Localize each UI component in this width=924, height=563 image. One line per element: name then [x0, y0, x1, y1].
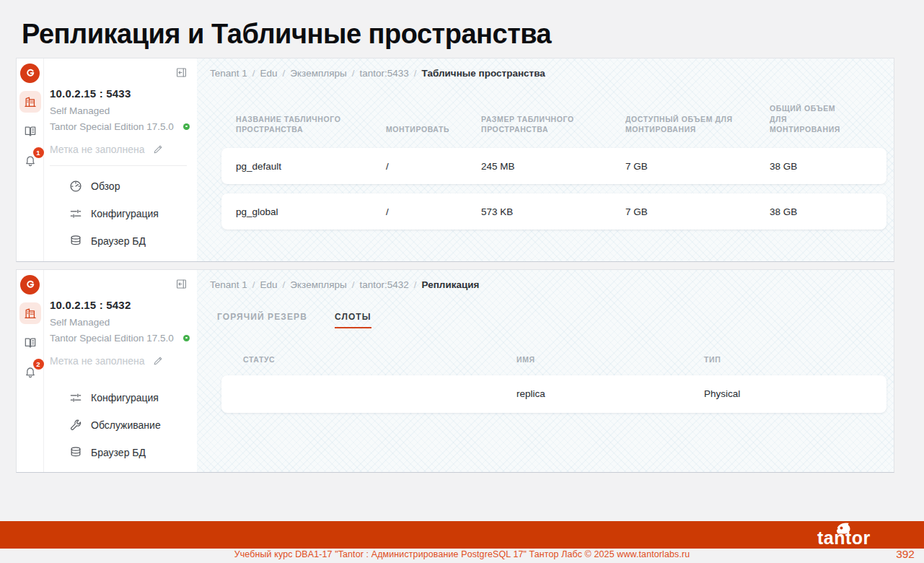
breadcrumb-separator: / [352, 279, 355, 290]
table-row[interactable]: pg_default / 245 MB 7 GB 38 GB [221, 148, 886, 184]
cell-total: 38 GB [770, 161, 878, 172]
cell-mount: / [386, 161, 481, 172]
breadcrumb-separator: / [252, 279, 255, 290]
column-header: ОБЩИЙ ОБЪЕМ ДЛЯ МОНТИРОВАНИЯ [770, 103, 878, 135]
database-icon [69, 445, 83, 460]
notifications-bell-icon[interactable]: 2 [19, 362, 41, 383]
instance-label-placeholder: Метка не заполнена [50, 144, 145, 155]
cell-mount: / [386, 206, 481, 217]
gauge-icon [69, 179, 83, 193]
tab-hot-standby[interactable]: ГОРЯЧИЙ РЕЗЕРВ [217, 312, 307, 328]
column-header: МОНТИРОВАТЬ [386, 124, 481, 135]
notification-count-badge: 1 [33, 147, 44, 158]
instances-icon[interactable] [19, 91, 41, 113]
menu-item-db-browser[interactable]: Браузер БД [50, 227, 190, 255]
menu-item-db-browser[interactable]: Браузер БД [50, 439, 190, 466]
docs-icon[interactable] [19, 121, 41, 142]
breadcrumb: Tenant 1 / Edu / Экземпляры / tantor:543… [210, 68, 894, 79]
replication-tabs: ГОРЯЧИЙ РЕЗЕРВ СЛОТЫ [217, 312, 894, 328]
health-status-icon [183, 123, 190, 130]
breadcrumb-item[interactable]: Экземпляры [290, 68, 346, 79]
instance-label-row: Метка не заполнена [50, 354, 190, 367]
breadcrumb-item[interactable]: Экземпляры [290, 279, 346, 290]
instances-icon[interactable] [19, 302, 41, 324]
table-row[interactable]: pg_global / 573 KB 7 GB 38 GB [221, 193, 886, 230]
icon-rail: 1 [17, 58, 44, 261]
column-header: ТИП [704, 354, 886, 365]
page-title: Репликация и Табличные пространства [22, 19, 551, 50]
instance-managed-type: Self Managed [50, 317, 190, 328]
page-number: 392 [896, 548, 915, 561]
cell-size: 573 KB [481, 206, 625, 217]
divider [50, 165, 187, 166]
collapse-sidebar-icon[interactable] [175, 66, 188, 79]
cell-name: pg_global [236, 206, 386, 217]
instance-menu: Конфигурация Обслуживание Браузер БД [50, 384, 190, 466]
tantor-platform-logo-icon[interactable] [20, 64, 40, 83]
breadcrumb-item[interactable]: Tenant 1 [210, 68, 247, 79]
menu-item-overview[interactable]: Обзор [50, 173, 190, 200]
column-header: НАЗВАНИЕ ТАБЛИЧНОГО ПРОСТРАНСТВА [236, 114, 386, 135]
menu-item-maintenance[interactable]: Обслуживание [50, 411, 190, 439]
breadcrumb-item[interactable]: tantor:5432 [359, 279, 408, 290]
column-header: РАЗМЕР ТАБЛИЧНОГО ПРОСТРАНСТВА [481, 114, 625, 135]
slot-name-cell: replica [516, 388, 704, 399]
instance-info-panel: 10.0.2.15 : 5432 Self Managed Tantor Spe… [44, 270, 197, 472]
icon-rail: 2 [17, 270, 44, 472]
tantor-logo: tantor [813, 522, 901, 549]
screenshot-replication: 2 10.0.2.15 : 5432 Self Managed Tantor S… [16, 269, 894, 473]
edit-pencil-icon[interactable] [152, 354, 164, 367]
notification-count-badge: 2 [33, 359, 44, 370]
instance-managed-type: Self Managed [50, 105, 190, 116]
tablespaces-content: Tenant 1 / Edu / Экземпляры / tantor:543… [197, 58, 894, 261]
breadcrumb-separator: / [414, 68, 417, 79]
instance-edition: Tantor Special Edition 17.5.0 [50, 333, 190, 344]
breadcrumb-separator: / [252, 68, 255, 79]
slide: Репликация и Табличные пространства 1 [0, 0, 924, 563]
breadcrumb-separator: / [352, 68, 355, 79]
breadcrumb-item[interactable]: Edu [260, 68, 278, 79]
slots-table-header: СТАТУС ИМЯ ТИП [221, 354, 886, 365]
cell-available: 7 GB [625, 161, 770, 172]
breadcrumb-separator: / [283, 68, 286, 79]
instance-address: 10.0.2.15 : 5432 [50, 299, 190, 311]
svg-text:tantor: tantor [817, 528, 871, 548]
breadcrumb-current: Репликация [422, 279, 480, 290]
cell-total: 38 GB [770, 206, 878, 217]
database-icon [69, 234, 83, 248]
footer-course-caption: Учебный курс DBA1-17 "Tantor : Администр… [0, 549, 924, 559]
tantor-platform-logo-icon[interactable] [20, 275, 40, 294]
tab-slots[interactable]: СЛОТЫ [335, 312, 371, 328]
sliders-icon [69, 390, 83, 405]
breadcrumb-separator: / [414, 279, 417, 290]
cell-available: 7 GB [625, 206, 770, 217]
cell-name: pg_default [236, 161, 386, 172]
instance-label-placeholder: Метка не заполнена [50, 355, 145, 367]
wrench-icon [69, 418, 83, 432]
breadcrumb-item[interactable]: tantor:5433 [359, 68, 408, 79]
brand-bar: tantor [0, 521, 924, 549]
breadcrumb-separator: / [283, 279, 286, 290]
sliders-icon [69, 206, 83, 221]
notifications-bell-icon[interactable]: 1 [19, 150, 41, 172]
edit-pencil-icon[interactable] [152, 143, 164, 155]
instance-label-row: Метка не заполнена [50, 143, 190, 155]
instance-menu: Обзор Конфигурация Браузер БД [50, 173, 190, 255]
instance-edition: Tantor Special Edition 17.5.0 [50, 121, 190, 132]
slot-type-cell: Physical [704, 388, 886, 399]
collapse-sidebar-icon[interactable] [175, 277, 188, 291]
breadcrumb-current: Табличные пространства [422, 68, 545, 79]
instance-info-panel: 10.0.2.15 : 5433 Self Managed Tantor Spe… [44, 58, 197, 261]
breadcrumb-item[interactable]: Tenant 1 [210, 279, 247, 290]
column-header: ДОСТУПНЫЙ ОБЪЕМ ДЛЯ МОНТИРОВАНИЯ [625, 114, 770, 135]
cell-size: 245 MB [481, 161, 625, 172]
tablespaces-table-header: НАЗВАНИЕ ТАБЛИЧНОГО ПРОСТРАНСТВА МОНТИРО… [221, 103, 886, 135]
menu-item-configuration[interactable]: Конфигурация [50, 384, 190, 411]
health-status-icon [183, 335, 190, 341]
docs-icon[interactable] [19, 332, 41, 354]
menu-item-configuration[interactable]: Конфигурация [50, 200, 190, 227]
breadcrumb: Tenant 1 / Edu / Экземпляры / tantor:543… [210, 279, 894, 290]
instance-address: 10.0.2.15 : 5433 [50, 87, 190, 100]
breadcrumb-item[interactable]: Edu [260, 279, 278, 290]
table-row[interactable]: replica Physical [221, 375, 886, 413]
